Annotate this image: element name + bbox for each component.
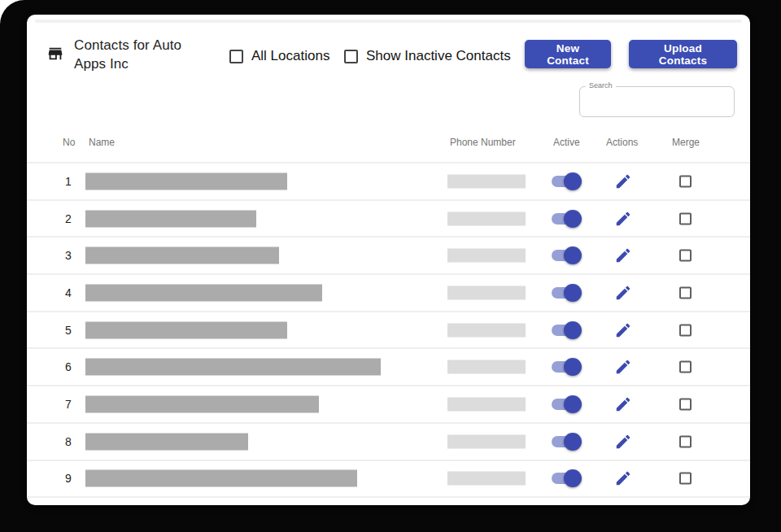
merge-checkbox[interactable]	[679, 435, 692, 447]
phone-placeholder-bar	[447, 174, 526, 188]
active-toggle-thumb[interactable]	[564, 469, 582, 487]
name-placeholder-bar	[85, 284, 322, 301]
contacts-card: Contacts for Auto Apps Inc All Locations…	[27, 15, 750, 505]
active-toggle[interactable]	[552, 250, 579, 261]
phone-placeholder-bar	[447, 397, 526, 411]
search-field: Search	[579, 86, 735, 117]
edit-contact-button[interactable]	[614, 172, 632, 190]
show-inactive-checkbox[interactable]	[344, 50, 358, 63]
name-placeholder-bar	[85, 433, 248, 450]
edit-contact-button[interactable]	[614, 284, 632, 302]
edit-contact-button[interactable]	[614, 210, 632, 228]
edit-pencil-icon	[614, 433, 632, 451]
edit-pencil-icon	[614, 358, 632, 376]
edit-contact-button[interactable]	[614, 358, 632, 376]
edit-pencil-icon	[614, 246, 632, 264]
column-header-merge: Merge	[672, 137, 700, 148]
phone-placeholder-bar	[447, 249, 526, 263]
active-toggle-thumb[interactable]	[564, 321, 582, 339]
edit-pencil-icon	[614, 172, 632, 190]
filter-all-locations[interactable]: All Locations	[229, 48, 329, 64]
card-top-strip	[35, 20, 742, 23]
phone-placeholder-bar	[447, 472, 526, 486]
name-placeholder-bar	[85, 321, 287, 338]
merge-checkbox[interactable]	[679, 361, 692, 373]
active-toggle[interactable]	[552, 473, 579, 484]
name-placeholder-bar	[85, 172, 287, 190]
table-row: 9	[27, 461, 750, 499]
upload-contacts-button[interactable]: Upload Contacts	[629, 40, 737, 68]
edit-contact-button[interactable]	[614, 433, 632, 451]
active-toggle-thumb[interactable]	[564, 358, 582, 376]
edit-pencil-icon	[614, 210, 632, 228]
edit-contact-button[interactable]	[614, 321, 632, 339]
active-toggle-thumb[interactable]	[564, 210, 582, 228]
merge-checkbox[interactable]	[679, 324, 692, 336]
filter-show-inactive[interactable]: Show Inactive Contacts	[344, 48, 511, 64]
row-number: 4	[61, 286, 76, 299]
edit-contact-button[interactable]	[614, 469, 632, 487]
merge-checkbox[interactable]	[679, 212, 692, 225]
column-header-actions: Actions	[606, 137, 638, 148]
row-number: 8	[61, 435, 76, 448]
name-placeholder-bar	[85, 247, 279, 264]
page-title: Contacts for Auto Apps Inc	[74, 36, 181, 73]
new-contact-button[interactable]: New Contact	[525, 40, 611, 68]
app-frame: Contacts for Auto Apps Inc All Locations…	[0, 0, 781, 532]
active-toggle[interactable]	[552, 176, 579, 187]
phone-placeholder-bar	[447, 434, 526, 448]
merge-checkbox[interactable]	[679, 286, 692, 299]
merge-checkbox[interactable]	[679, 175, 692, 187]
column-header-active: Active	[553, 137, 580, 148]
phone-placeholder-bar	[447, 323, 526, 337]
phone-placeholder-bar	[447, 286, 526, 299]
column-header-phone-number: Phone Number	[450, 137, 516, 148]
active-toggle-thumb[interactable]	[564, 246, 582, 264]
active-toggle[interactable]	[552, 361, 579, 373]
active-toggle[interactable]	[552, 213, 579, 225]
active-toggle-thumb[interactable]	[564, 395, 582, 413]
row-number: 6	[61, 360, 76, 373]
storefront-icon	[46, 45, 64, 63]
table-row: 1	[27, 164, 750, 201]
phone-placeholder-bar	[447, 360, 526, 374]
row-number: 2	[61, 212, 76, 225]
row-number: 1	[61, 175, 76, 188]
active-toggle-thumb[interactable]	[564, 433, 582, 451]
name-placeholder-bar	[85, 470, 357, 487]
active-toggle[interactable]	[552, 287, 579, 299]
table-row: 8	[27, 424, 750, 461]
table-row: 7	[27, 386, 750, 424]
search-input[interactable]	[579, 86, 735, 117]
page-title-line1: Contacts for Auto	[74, 36, 181, 55]
table-header: No Name Phone Number Active Actions Merg…	[27, 133, 750, 153]
edit-contact-button[interactable]	[614, 246, 632, 264]
column-header-name: Name	[89, 137, 115, 148]
name-placeholder-bar	[85, 359, 381, 376]
active-toggle-thumb[interactable]	[564, 172, 582, 190]
name-placeholder-bar	[85, 395, 319, 412]
edit-contact-button[interactable]	[614, 395, 632, 413]
phone-placeholder-bar	[447, 211, 526, 225]
row-number: 3	[61, 249, 76, 262]
table-row: 5	[27, 312, 750, 350]
table-row: 2	[27, 201, 750, 238]
all-locations-checkbox[interactable]	[229, 50, 243, 63]
row-number: 7	[61, 398, 76, 411]
merge-checkbox[interactable]	[679, 250, 692, 262]
active-toggle[interactable]	[552, 325, 579, 336]
edit-pencil-icon	[614, 321, 632, 339]
active-toggle[interactable]	[552, 399, 579, 410]
table-row: 6	[27, 349, 750, 386]
row-number: 9	[61, 472, 76, 485]
column-header-no: No	[63, 137, 75, 148]
edit-pencil-icon	[614, 284, 632, 302]
active-toggle[interactable]	[552, 436, 579, 447]
show-inactive-label: Show Inactive Contacts	[366, 48, 511, 64]
edit-pencil-icon	[614, 469, 632, 487]
active-toggle-thumb[interactable]	[564, 284, 582, 302]
merge-checkbox[interactable]	[679, 398, 692, 410]
merge-checkbox[interactable]	[679, 473, 692, 485]
table-row: 3	[27, 238, 750, 275]
search-label: Search	[586, 81, 616, 89]
